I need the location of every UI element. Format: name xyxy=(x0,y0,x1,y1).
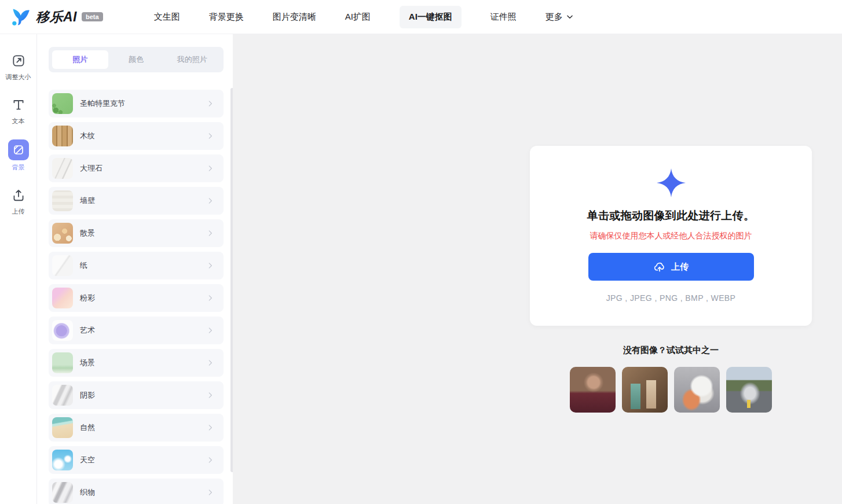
background-panel: 照片 颜色 我的照片 圣帕特里克节 木纹 大理石 墙壁 散景 xyxy=(37,34,233,504)
category-thumbnail xyxy=(52,255,73,276)
sample-image-sneaker[interactable] xyxy=(674,367,720,413)
category-item-wall[interactable]: 墙壁 xyxy=(49,187,224,215)
category-thumbnail xyxy=(52,352,73,373)
chevron-right-icon xyxy=(206,262,214,270)
chevron-down-icon xyxy=(566,13,574,21)
sidebar-item-resize[interactable]: 调整大小 xyxy=(0,51,37,80)
nav-item-ai-cutout[interactable]: AI一键抠图 xyxy=(400,6,462,28)
category-label: 大理石 xyxy=(80,163,206,174)
panel-tabs: 照片 颜色 我的照片 xyxy=(49,47,224,72)
tab-colors[interactable]: 颜色 xyxy=(108,50,164,69)
chevron-right-icon xyxy=(206,164,214,172)
category-thumbnail xyxy=(52,320,73,341)
category-thumbnail xyxy=(52,190,73,211)
upload-icon xyxy=(9,186,28,204)
category-thumbnail xyxy=(52,158,73,179)
tab-photos[interactable]: 照片 xyxy=(52,50,108,69)
nav-item-text-to-image[interactable]: 文生图 xyxy=(154,12,180,23)
logo-text: 移乐AI xyxy=(36,8,77,26)
category-item-paper[interactable]: 纸 xyxy=(49,252,224,279)
category-item-art[interactable]: 艺术 xyxy=(49,317,224,344)
category-label: 天空 xyxy=(80,455,206,465)
category-thumbnail xyxy=(52,482,73,503)
category-item-sky[interactable]: 天空 xyxy=(49,446,224,474)
category-label: 墙壁 xyxy=(80,196,206,206)
upload-column: 单击或拖动图像到此处进行上传。 请确保仅使用您本人或经他人合法授权的图片 上传 … xyxy=(530,34,812,413)
app-logo[interactable]: 移乐AI beta xyxy=(10,6,103,27)
background-icon xyxy=(8,139,29,160)
sidebar-item-label: 文本 xyxy=(12,118,25,124)
category-label: 艺术 xyxy=(80,325,206,336)
sidebar-item-upload[interactable]: 上传 xyxy=(0,186,37,215)
beta-badge: beta xyxy=(82,12,103,21)
category-label: 散景 xyxy=(80,228,206,238)
category-thumbnail xyxy=(52,93,73,114)
nav-item-more-label: 更多 xyxy=(546,12,563,23)
category-item-wood[interactable]: 木纹 xyxy=(49,122,224,150)
nav-item-id-photo[interactable]: 证件照 xyxy=(490,12,517,23)
nav-item-more[interactable]: 更多 xyxy=(546,12,574,23)
category-item-bokeh[interactable]: 散景 xyxy=(49,219,224,247)
chevron-right-icon xyxy=(206,488,214,496)
category-label: 粉彩 xyxy=(80,293,206,303)
category-item-fabric[interactable]: 织物 xyxy=(49,479,224,504)
category-list: 圣帕特里克节 木纹 大理石 墙壁 散景 纸 xyxy=(49,90,224,504)
tab-my-photos[interactable]: 我的照片 xyxy=(164,50,220,69)
category-label: 织物 xyxy=(80,487,206,498)
resize-icon xyxy=(9,51,28,70)
chevron-right-icon xyxy=(206,456,214,464)
supported-formats: JPG , JPEG , PNG , BMP , WEBP xyxy=(541,293,800,303)
sidebar-item-label: 背景 xyxy=(12,164,25,171)
category-item-nature[interactable]: 自然 xyxy=(49,414,224,442)
category-label: 阴影 xyxy=(80,390,206,400)
sample-image-portrait-woman[interactable] xyxy=(570,367,616,413)
sparkle-plus-icon xyxy=(541,168,800,198)
category-thumbnail xyxy=(52,223,73,244)
chevron-right-icon xyxy=(206,326,214,334)
category-label: 木纹 xyxy=(80,131,206,141)
upload-warning: 请确保仅使用您本人或经他人合法授权的图片 xyxy=(541,231,800,241)
logo-bird-icon xyxy=(10,6,31,27)
upload-button-label: 上传 xyxy=(671,262,689,273)
sample-image-cosmetic-bottles[interactable] xyxy=(622,367,668,413)
category-label: 圣帕特里克节 xyxy=(80,98,206,109)
chevron-right-icon xyxy=(206,359,214,367)
category-thumbnail xyxy=(52,126,73,146)
category-thumbnail xyxy=(52,417,73,438)
category-thumbnail xyxy=(52,450,73,470)
tool-sidebar: 调整大小 文本 背景 上传 xyxy=(0,34,37,504)
chevron-right-icon xyxy=(206,229,214,237)
sidebar-item-background[interactable]: 背景 xyxy=(0,139,37,171)
samples-row xyxy=(530,367,812,413)
sidebar-item-label: 调整大小 xyxy=(6,74,31,80)
chevron-right-icon xyxy=(206,100,214,108)
upload-title: 单击或拖动图像到此处进行上传。 xyxy=(541,208,800,223)
sample-image-sports-car[interactable] xyxy=(726,367,772,413)
category-label: 纸 xyxy=(80,260,206,271)
chevron-right-icon xyxy=(206,197,214,205)
cloud-upload-icon xyxy=(653,260,666,273)
category-item-st-patricks[interactable]: 圣帕特里克节 xyxy=(49,90,224,117)
category-label: 自然 xyxy=(80,422,206,433)
nav-item-ai-expand[interactable]: AI扩图 xyxy=(345,12,371,23)
nav-item-background-swap[interactable]: 背景更换 xyxy=(209,12,244,23)
chevron-right-icon xyxy=(206,294,214,302)
text-icon xyxy=(9,95,28,114)
category-label: 场景 xyxy=(80,358,206,368)
sidebar-item-text[interactable]: 文本 xyxy=(0,95,37,124)
nav-item-image-sharpen[interactable]: 图片变清晰 xyxy=(273,12,316,23)
sidebar-item-label: 上传 xyxy=(12,208,25,215)
samples-title: 没有图像？试试其中之一 xyxy=(530,345,812,356)
chevron-right-icon xyxy=(206,424,214,432)
category-thumbnail xyxy=(52,385,73,406)
category-item-shadow[interactable]: 阴影 xyxy=(49,381,224,409)
top-navbar: 移乐AI beta 文生图 背景更换 图片变清晰 AI扩图 AI一键抠图 证件照… xyxy=(0,0,842,34)
chevron-right-icon xyxy=(206,132,214,140)
upload-button[interactable]: 上传 xyxy=(588,253,754,281)
category-item-pastel[interactable]: 粉彩 xyxy=(49,284,224,312)
upload-dropzone[interactable]: 单击或拖动图像到此处进行上传。 请确保仅使用您本人或经他人合法授权的图片 上传 … xyxy=(530,146,812,326)
category-item-scene[interactable]: 场景 xyxy=(49,349,224,377)
category-item-marble[interactable]: 大理石 xyxy=(49,154,224,182)
editor-canvas: 单击或拖动图像到此处进行上传。 请确保仅使用您本人或经他人合法授权的图片 上传 … xyxy=(233,34,842,504)
category-thumbnail xyxy=(52,288,73,308)
